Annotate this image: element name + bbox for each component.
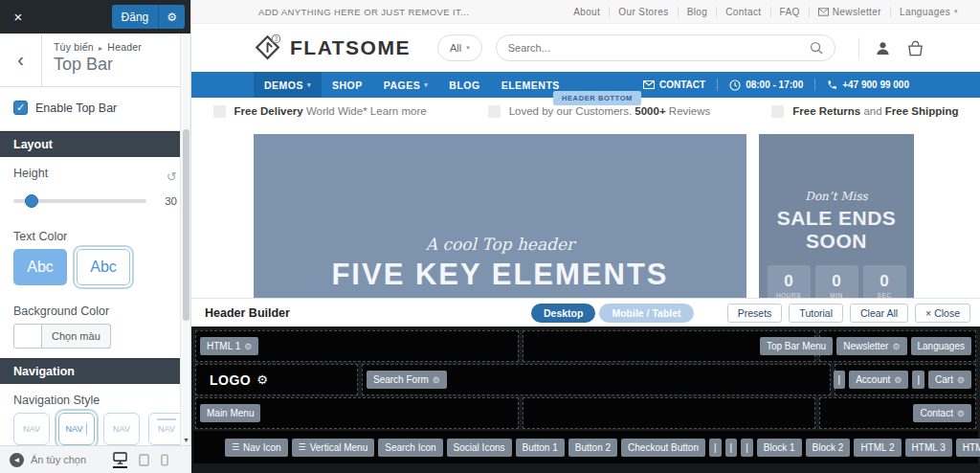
gear-icon[interactable]: ⚙ <box>433 375 440 385</box>
logo-cell[interactable]: LOGO ⚙ <box>195 364 358 395</box>
search-input[interactable] <box>508 42 810 54</box>
section-navigation[interactable]: Navigation <box>0 358 190 384</box>
height-control: Height ↺ 30 <box>0 157 190 220</box>
gear-icon[interactable]: ⚙ <box>892 342 900 351</box>
chip-languages[interactable]: Languages <box>911 337 972 355</box>
chip-html1[interactable]: HTML 1⚙ <box>200 337 258 355</box>
device-tablet-button[interactable] <box>139 454 149 466</box>
logo-element[interactable]: LOGO <box>210 372 251 388</box>
chip-top-bar-menu[interactable]: Top Bar Menu <box>760 337 833 355</box>
close-customizer-button[interactable]: × <box>0 0 36 34</box>
device-mobile-button[interactable] <box>161 454 168 466</box>
nav-item-blog[interactable]: BLOG <box>438 72 490 98</box>
nav-style-option-2-selected[interactable]: NAV <box>58 413 95 445</box>
back-button[interactable]: ‹ <box>0 34 42 86</box>
chip-divider[interactable]: | <box>741 439 753 457</box>
chip-html2[interactable]: HTML 2 <box>854 439 901 457</box>
chip-divider[interactable]: | <box>709 439 722 457</box>
envelope-icon <box>643 80 655 89</box>
close-builder-button[interactable]: × Close <box>915 304 970 323</box>
section-layout[interactable]: Layout <box>0 131 190 157</box>
chip-button1[interactable]: Button 1 <box>516 439 565 457</box>
link-newsletter[interactable]: Newsletter <box>809 7 890 17</box>
nav-style-option-3[interactable]: NAV <box>103 413 140 445</box>
bottom-row-right-cell[interactable]: Contact⚙ <box>819 397 976 429</box>
bottom-row-center-cell[interactable] <box>523 397 815 429</box>
enable-top-bar-checkbox[interactable]: ✓ <box>13 101 28 115</box>
background-color-swatch[interactable] <box>13 324 42 349</box>
top-row-right-cell[interactable]: Top Bar Menu Newsletter⚙ Languages <box>819 330 976 362</box>
chip-vertical-menu[interactable]: ☰Vertical Menu <box>292 439 375 457</box>
reset-height-icon[interactable]: ↺ <box>152 169 177 184</box>
link-contact[interactable]: Contact <box>716 7 769 17</box>
nav-contact-link[interactable]: CONTACT <box>632 79 717 90</box>
nav-item-pages[interactable]: PAGES ▾ <box>373 72 439 98</box>
link-faq[interactable]: FAQ <box>770 7 809 17</box>
height-slider-thumb[interactable] <box>25 194 38 208</box>
chip-html4[interactable]: HTML 4 <box>956 439 980 457</box>
presets-button[interactable]: Presets <box>727 304 783 323</box>
gear-icon[interactable]: ⚙ <box>957 409 965 418</box>
scrollbar-down-arrow-icon[interactable]: ▼ <box>181 437 191 443</box>
chip-divider[interactable]: | <box>725 439 738 457</box>
chip-cart[interactable]: Cart⚙ <box>928 371 971 389</box>
site-logo[interactable]: 3 FLATSOME <box>254 34 411 62</box>
nav-phone[interactable]: +47 900 99 000 <box>815 79 921 90</box>
link-about[interactable]: About <box>565 7 609 17</box>
link-our-stores[interactable]: Our Stores <box>609 7 677 17</box>
gear-icon[interactable]: ⚙ <box>957 375 965 385</box>
device-desktop-button[interactable] <box>113 452 127 468</box>
chip-block1[interactable]: Block 1 <box>757 439 802 457</box>
chip-newsletter[interactable]: Newsletter⚙ <box>836 337 906 355</box>
cart-icon[interactable] <box>906 40 924 56</box>
chip-contact[interactable]: Contact⚙ <box>913 404 971 422</box>
sidebar-scrollbar-thumb[interactable] <box>183 129 189 321</box>
top-row-left-cell[interactable]: HTML 1⚙ <box>195 330 519 362</box>
nav-style-option-1[interactable]: NAV <box>13 413 50 445</box>
height-slider[interactable] <box>13 199 146 203</box>
benefit-text: Reviews <box>666 105 711 117</box>
search-category-dropdown[interactable]: All ▾ <box>437 34 482 61</box>
chip-main-menu[interactable]: Main Menu <box>200 404 260 422</box>
nav-item-shop[interactable]: SHOP <box>322 72 373 98</box>
chip-button2[interactable]: Button 2 <box>568 439 617 457</box>
benefit-text: World Wide* Learn more <box>303 105 427 117</box>
flatsome-logo-icon: 3 <box>254 34 282 62</box>
chip-checkout-button[interactable]: Checkout Button <box>621 439 705 457</box>
account-icon[interactable] <box>875 40 891 56</box>
text-color-swatch-dark[interactable]: Abc <box>13 249 67 285</box>
gear-icon[interactable]: ⚙ <box>894 375 902 385</box>
text-color-swatch-light-selected[interactable]: Abc <box>77 249 130 285</box>
chip-account[interactable]: Account⚙ <box>849 371 908 389</box>
chip-divider[interactable]: | <box>912 371 924 389</box>
chip-block2[interactable]: Block 2 <box>806 439 851 457</box>
main-row-right-cell[interactable]: | Account⚙ | Cart⚙ <box>835 364 976 395</box>
desktop-mode-button[interactable]: Desktop <box>531 304 595 323</box>
clear-all-button[interactable]: Clear All <box>850 304 908 323</box>
link-languages[interactable]: Languages ▾ <box>890 7 967 17</box>
benefit-returns: Free Returns and Free Shipping <box>771 105 958 118</box>
chip-social-icons[interactable]: Social Icons <box>447 439 512 457</box>
tutorial-button[interactable]: Tutorial <box>789 304 843 323</box>
publish-button[interactable]: Đăng ⚙ <box>112 5 185 29</box>
chip-search-icon[interactable]: Search Icon <box>378 439 442 457</box>
main-row-center-cell[interactable]: Search Form⚙ <box>362 364 831 395</box>
header-search: All ▾ <box>437 34 835 61</box>
background-color-control: Background Color Chọn màu <box>0 295 190 358</box>
nav-item-demos[interactable]: DEMOS ▾ <box>254 72 322 98</box>
gear-icon[interactable]: ⚙ <box>244 342 252 351</box>
link-blog[interactable]: Blog <box>678 7 717 17</box>
chip-nav-icon[interactable]: ☰Nav Icon <box>225 439 288 457</box>
publish-settings-gear-icon[interactable]: ⚙ <box>158 5 185 29</box>
sidebar-scrollbar[interactable]: ▼ <box>180 34 190 445</box>
choose-color-button[interactable]: Chọn màu <box>42 324 111 349</box>
gear-icon[interactable]: ⚙ <box>256 372 268 387</box>
chip-search-form[interactable]: Search Form⚙ <box>367 371 447 389</box>
bottom-row-left-cell[interactable]: Main Menu <box>195 397 519 429</box>
nav-style-divider <box>86 423 87 435</box>
collapse-sidebar-icon[interactable]: ◄ <box>10 453 24 467</box>
chip-divider[interactable]: | <box>834 371 846 389</box>
mobile-tablet-mode-button[interactable]: Mobile / Tablet <box>599 304 693 323</box>
search-icon[interactable] <box>810 41 823 55</box>
chip-html3[interactable]: HTML 3 <box>905 439 952 457</box>
